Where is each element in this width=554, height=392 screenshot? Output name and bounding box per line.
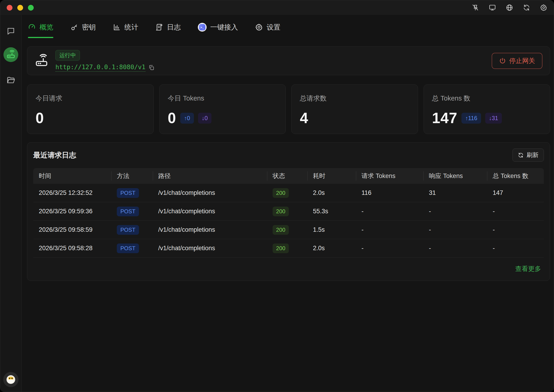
cell-status: 200 xyxy=(267,225,308,235)
stat-value: 0 xyxy=(36,110,44,126)
cell-path: /v1/chat/completions xyxy=(153,189,267,196)
settings-gear-icon[interactable] xyxy=(540,4,547,11)
col-method: 方法 xyxy=(111,172,153,180)
col-time: 时间 xyxy=(33,172,111,180)
nav-tabs: 概览 密钥 统计 日志 >_ 一键接入 设置 xyxy=(27,15,550,39)
router-icon xyxy=(35,54,49,68)
method-badge: POST xyxy=(117,225,139,235)
cell-time: 2026/3/25 12:32:52 xyxy=(33,189,111,196)
table-row[interactable]: 2026/3/25 12:32:52 POST /v1/chat/complet… xyxy=(33,184,544,202)
zoom-window-button[interactable] xyxy=(28,5,34,11)
close-window-button[interactable] xyxy=(7,5,13,11)
stat-label: 总请求数 xyxy=(300,94,410,103)
tab-label: 一键接入 xyxy=(210,23,238,32)
gauge-icon xyxy=(28,23,36,31)
tab-label: 概览 xyxy=(39,23,53,32)
cell-duration: 55.3s xyxy=(308,208,356,215)
gateway-status-panel: 运行中 http://127.0.0.1:8080/v1 停止网关 xyxy=(27,46,550,75)
cell-time: 2026/3/25 09:58:59 xyxy=(33,226,111,233)
refresh-icon[interactable] xyxy=(523,4,530,11)
gear-icon xyxy=(255,23,263,31)
cell-res-tokens: - xyxy=(423,208,487,215)
cell-total-tokens: 147 xyxy=(487,189,544,196)
tab-overview[interactable]: 概览 xyxy=(28,15,53,39)
titlebar xyxy=(0,0,554,15)
cell-duration: 2.0s xyxy=(308,245,356,252)
status-code-badge: 200 xyxy=(273,225,289,235)
stat-card-today-tokens: 今日 Tokens 0 ↑0 ↓0 xyxy=(159,84,286,134)
window-controls xyxy=(7,5,34,11)
stop-gateway-label: 停止网关 xyxy=(509,56,535,65)
cell-total-tokens: - xyxy=(487,226,544,233)
output-tokens-badge: ↓0 xyxy=(198,113,211,124)
status-code-badge: 200 xyxy=(273,188,289,198)
cell-time: 2026/3/25 09:59:36 xyxy=(33,208,111,215)
cell-res-tokens: 31 xyxy=(423,189,487,196)
status-code-badge: 200 xyxy=(273,244,289,253)
tab-label: 统计 xyxy=(124,23,138,32)
table-header: 时间 方法 路径 状态 耗时 请求 Tokens 响应 Tokens 总 Tok… xyxy=(33,168,544,184)
globe-icon[interactable] xyxy=(506,4,513,11)
cell-status: 200 xyxy=(267,207,308,216)
app-window: 概览 密钥 统计 日志 >_ 一键接入 设置 xyxy=(0,0,554,392)
sidebar xyxy=(0,15,22,392)
recent-logs-panel: 最近请求日志 刷新 时间 方法 路径 状态 耗时 请求 Tokens 响应 To… xyxy=(27,142,550,281)
cell-method: POST xyxy=(111,225,153,235)
status-badge: 运行中 xyxy=(55,50,80,61)
minimize-window-button[interactable] xyxy=(17,5,23,11)
pin-off-icon[interactable] xyxy=(472,4,479,11)
table-row[interactable]: 2026/3/25 09:59:36 POST /v1/chat/complet… xyxy=(33,202,544,221)
stat-card-total-tokens: 总 Tokens 数 147 ↑116 ↓31 xyxy=(424,84,550,134)
cell-req-tokens: - xyxy=(356,245,423,252)
cell-method: POST xyxy=(111,207,153,216)
stat-value: 0 xyxy=(168,110,176,126)
col-path: 路径 xyxy=(153,172,267,180)
sidebar-item-chat[interactable] xyxy=(7,27,15,35)
user-avatar[interactable] xyxy=(3,372,18,387)
refresh-label: 刷新 xyxy=(526,151,539,159)
gateway-url-link[interactable]: http://127.0.0.1:8080/v1 xyxy=(55,63,145,72)
tab-label: 设置 xyxy=(267,23,281,32)
cell-req-tokens: 116 xyxy=(356,189,423,196)
cell-res-tokens: - xyxy=(423,245,487,252)
cell-duration: 1.5s xyxy=(308,226,356,233)
table-body: 2026/3/25 12:32:52 POST /v1/chat/complet… xyxy=(33,184,544,258)
stat-cards: 今日请求 0 今日 Tokens 0 ↑0 ↓0 总请求数 4 总 Tokens… xyxy=(27,84,550,134)
view-more-link[interactable]: 查看更多 xyxy=(515,265,541,273)
copy-icon[interactable] xyxy=(148,64,155,71)
bar-chart-icon xyxy=(113,23,121,31)
tab-keys[interactable]: 密钥 xyxy=(70,15,96,39)
refresh-button[interactable]: 刷新 xyxy=(512,148,544,162)
table-row[interactable]: 2026/3/25 09:58:28 POST /v1/chat/complet… xyxy=(33,239,544,258)
sidebar-item-files[interactable] xyxy=(7,76,15,85)
cell-path: /v1/chat/completions xyxy=(153,226,267,233)
titlebar-actions xyxy=(472,4,547,11)
stop-gateway-button[interactable]: 停止网关 xyxy=(492,53,542,69)
refresh-icon xyxy=(518,152,524,158)
cell-method: POST xyxy=(111,244,153,253)
stat-value: 4 xyxy=(300,110,308,126)
display-icon[interactable] xyxy=(489,4,496,11)
tab-quick-connect[interactable]: >_ 一键接入 xyxy=(198,15,238,39)
folder-icon xyxy=(7,76,15,85)
chat-icon xyxy=(7,27,15,35)
router-icon xyxy=(6,50,15,59)
tab-settings[interactable]: 设置 xyxy=(255,15,281,39)
table-row[interactable]: 2026/3/25 09:58:59 POST /v1/chat/complet… xyxy=(33,221,544,239)
scroll-icon xyxy=(155,23,163,31)
key-icon xyxy=(70,23,78,31)
cell-path: /v1/chat/completions xyxy=(153,208,267,215)
tab-logs[interactable]: 日志 xyxy=(155,15,181,39)
sidebar-item-gateway[interactable] xyxy=(3,47,18,62)
tab-stats[interactable]: 统计 xyxy=(113,15,138,39)
stat-label: 总 Tokens 数 xyxy=(432,94,542,103)
cell-path: /v1/chat/completions xyxy=(153,245,267,252)
cell-status: 200 xyxy=(267,188,308,198)
stat-label: 今日请求 xyxy=(36,94,145,103)
col-duration: 耗时 xyxy=(308,172,356,180)
stat-value: 147 xyxy=(432,110,458,126)
logs-panel-title: 最近请求日志 xyxy=(33,150,76,160)
output-tokens-badge: ↓31 xyxy=(485,113,502,124)
cell-res-tokens: - xyxy=(423,226,487,233)
input-tokens-badge: ↑0 xyxy=(180,113,194,124)
